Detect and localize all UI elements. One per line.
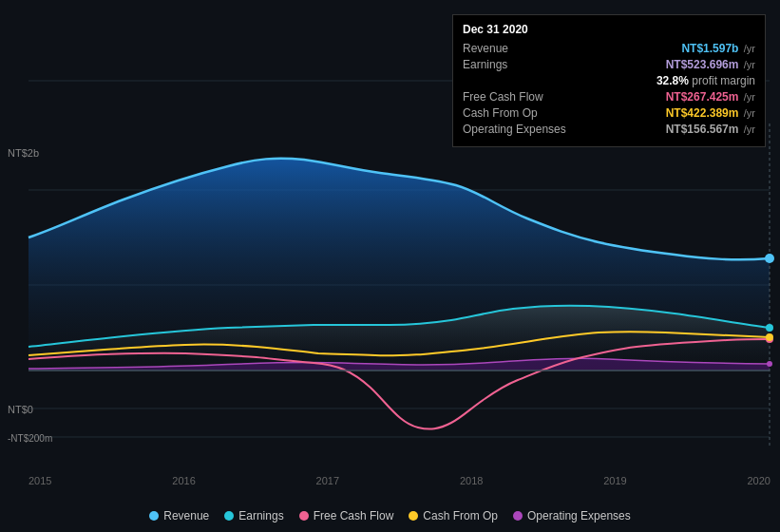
legend-earnings[interactable]: Earnings xyxy=(224,509,283,522)
svg-point-9 xyxy=(766,324,773,332)
profit-margin-value: 32.8% profit margin xyxy=(656,74,755,87)
x-label-2016: 2016 xyxy=(172,475,195,486)
info-box-title: Dec 31 2020 xyxy=(463,23,755,36)
legend-cashfromop[interactable]: Cash From Op xyxy=(409,509,498,522)
info-row-fcf: Free Cash Flow NT$267.425m /yr xyxy=(463,90,755,104)
info-value-revenue: NT$1.597b /yr xyxy=(681,42,755,55)
legend-label-earnings: Earnings xyxy=(238,509,283,522)
info-value-opex: NT$156.567m /yr xyxy=(666,123,755,136)
info-label-revenue: Revenue xyxy=(463,42,508,55)
legend-label-opex: Operating Expenses xyxy=(527,509,631,522)
legend-label-revenue: Revenue xyxy=(163,509,209,522)
x-label-2020: 2020 xyxy=(747,475,770,486)
legend-dot-cashfromop xyxy=(409,511,418,521)
legend-opex[interactable]: Operating Expenses xyxy=(513,509,631,522)
y-label-neg200m: -NT$200m xyxy=(8,433,52,444)
svg-point-12 xyxy=(767,361,772,367)
legend-dot-revenue xyxy=(149,511,159,521)
x-label-2019: 2019 xyxy=(603,475,626,486)
legend-label-fcf: Free Cash Flow xyxy=(314,509,394,522)
info-value-cashfromop: NT$422.389m /yr xyxy=(666,106,755,120)
x-axis: 2015 2016 2017 2018 2019 2020 xyxy=(29,475,770,486)
x-label-2015: 2015 xyxy=(29,475,51,486)
info-row-profit-margin: 32.8% profit margin xyxy=(463,74,755,87)
info-row-revenue: Revenue NT$1.597b /yr xyxy=(463,42,755,55)
info-label-opex: Operating Expenses xyxy=(463,123,566,136)
y-label-0: NT$0 xyxy=(8,404,33,415)
legend-fcf[interactable]: Free Cash Flow xyxy=(299,509,394,522)
info-label-cashfromop: Cash From Op xyxy=(463,106,538,120)
info-row-opex: Operating Expenses NT$156.567m /yr xyxy=(463,123,755,136)
info-value-earnings: NT$523.696m /yr xyxy=(666,58,755,71)
info-row-cashfromop: Cash From Op NT$422.389m /yr xyxy=(463,106,755,120)
info-row-earnings: Earnings NT$523.696m /yr xyxy=(463,58,755,71)
info-box: Dec 31 2020 Revenue NT$1.597b /yr Earnin… xyxy=(452,14,766,147)
legend-dot-opex xyxy=(513,511,523,521)
legend-dot-earnings xyxy=(224,511,234,521)
info-label-fcf: Free Cash Flow xyxy=(463,90,543,104)
y-label-2b: NT$2b xyxy=(8,147,39,159)
info-label-earnings: Earnings xyxy=(463,58,507,71)
chart-legend: Revenue Earnings Free Cash Flow Cash Fro… xyxy=(0,509,780,522)
legend-label-cashfromop: Cash From Op xyxy=(423,509,498,522)
legend-revenue[interactable]: Revenue xyxy=(149,509,209,522)
info-value-fcf: NT$267.425m /yr xyxy=(666,90,755,104)
legend-dot-fcf xyxy=(299,511,309,521)
svg-point-11 xyxy=(766,333,773,341)
chart-container: NT$2b NT$0 -NT$200m 2015 2016 2017 2018 … xyxy=(0,0,780,532)
x-label-2017: 2017 xyxy=(316,475,339,486)
x-label-2018: 2018 xyxy=(460,475,483,486)
svg-point-8 xyxy=(765,254,774,263)
